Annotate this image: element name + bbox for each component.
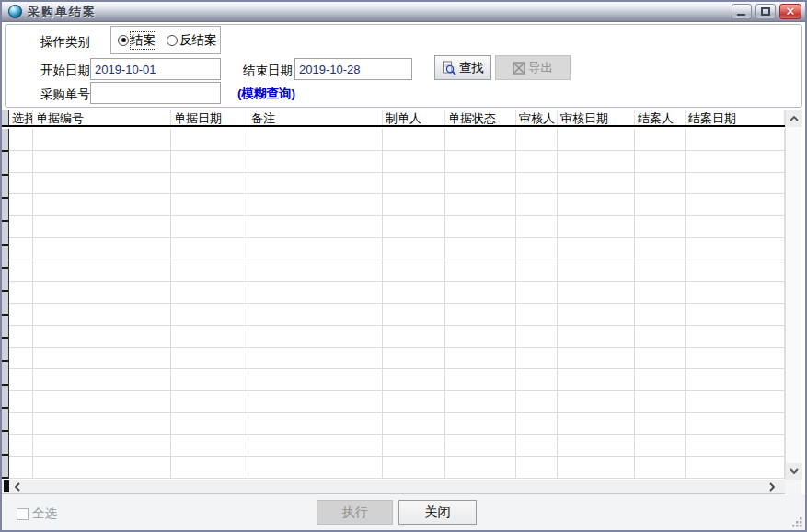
table-cell	[33, 391, 171, 413]
row-header[interactable]	[2, 362, 8, 385]
table-row[interactable]	[9, 282, 785, 304]
row-header[interactable]	[2, 386, 8, 409]
select-all-label: 全选	[32, 505, 57, 522]
table-cell	[383, 216, 445, 238]
table-cell	[686, 326, 785, 348]
table-cell	[445, 457, 516, 479]
row-header[interactable]	[2, 152, 8, 175]
table-row[interactable]	[9, 194, 785, 216]
table-cell	[9, 348, 33, 370]
table-cell	[558, 457, 635, 479]
table-cell	[445, 260, 516, 283]
column-header-9[interactable]: 结案日期	[686, 110, 785, 125]
close-button[interactable]: 关闭	[398, 500, 477, 525]
table-row[interactable]	[9, 173, 785, 195]
table-row[interactable]	[9, 457, 785, 479]
table-row[interactable]	[9, 129, 785, 151]
row-header[interactable]	[2, 269, 8, 292]
end-date-input[interactable]	[294, 58, 412, 80]
table-cell	[248, 435, 383, 457]
table-row[interactable]	[9, 391, 785, 413]
start-date-input[interactable]	[90, 58, 221, 80]
search-button-label: 查找	[459, 60, 484, 76]
row-header[interactable]	[2, 199, 8, 222]
table-cell	[9, 216, 33, 238]
row-header[interactable]	[2, 129, 8, 152]
column-header-6[interactable]: 审核人	[516, 110, 558, 125]
table-cell	[686, 457, 785, 479]
row-header[interactable]	[2, 432, 8, 455]
column-header-3[interactable]: 备注	[248, 110, 383, 125]
table-cell	[445, 173, 516, 195]
column-header-5[interactable]: 单据状态	[445, 110, 516, 125]
scroll-down-button[interactable]	[786, 463, 802, 480]
start-date-label: 开始日期	[33, 63, 90, 79]
column-header-0[interactable]: 选择	[9, 110, 33, 125]
table-cell	[383, 194, 445, 216]
row-header[interactable]	[2, 222, 8, 245]
row-header[interactable]	[2, 409, 8, 432]
column-header-7[interactable]: 审核日期	[558, 110, 635, 125]
radio-close-case[interactable]: 结案	[118, 32, 156, 49]
table-cell	[9, 435, 33, 457]
search-button[interactable]: 查找	[434, 55, 491, 80]
client-area: 操作类别 结案 反结案 开始日期 结束日期 采购单号 (模糊查询)	[2, 22, 805, 530]
vertical-scrollbar[interactable]	[785, 110, 801, 480]
table-cell	[635, 435, 686, 457]
table-row[interactable]	[9, 369, 785, 391]
row-header[interactable]	[2, 176, 8, 199]
column-header-2[interactable]: 单据日期	[171, 110, 248, 125]
table-cell	[635, 413, 686, 435]
table-row[interactable]	[9, 348, 785, 370]
table-cell	[516, 413, 558, 435]
table-cell	[33, 194, 171, 216]
table-cell	[635, 173, 686, 195]
column-header-4[interactable]: 制单人	[383, 110, 445, 125]
row-header[interactable]	[2, 339, 8, 362]
fuzzy-query-link[interactable]: (模糊查询)	[237, 86, 295, 102]
po-number-input[interactable]	[90, 82, 221, 104]
table-cell	[558, 260, 635, 283]
table-row[interactable]	[9, 435, 785, 457]
grid-gutter	[2, 129, 9, 479]
horizontal-scrollbar[interactable]	[2, 480, 785, 494]
table-row[interactable]	[9, 326, 785, 348]
radio-reverse-close-case[interactable]: 反结案	[167, 32, 217, 49]
table-cell	[171, 391, 248, 413]
export-button-label: 导出	[528, 60, 553, 76]
table-row[interactable]	[9, 216, 785, 238]
table-cell	[171, 129, 248, 151]
table-cell	[635, 282, 686, 304]
table-cell	[635, 304, 686, 326]
table-cell	[558, 194, 635, 216]
table-cell	[635, 238, 686, 260]
table-cell	[686, 282, 785, 304]
column-header-8[interactable]: 结案人	[635, 110, 686, 125]
table-cell	[686, 304, 785, 326]
row-header[interactable]	[2, 246, 8, 269]
table-cell	[248, 304, 383, 326]
table-row[interactable]	[9, 238, 785, 260]
table-row[interactable]	[9, 413, 785, 435]
resize-grip-icon[interactable]	[789, 514, 803, 528]
row-header[interactable]	[2, 316, 8, 339]
table-cell	[9, 304, 33, 326]
close-window-button[interactable]: ✕	[779, 4, 801, 19]
row-header[interactable]	[2, 292, 8, 315]
table-row[interactable]	[9, 304, 785, 326]
table-row[interactable]	[9, 151, 785, 173]
select-all-checkbox[interactable]	[17, 508, 29, 520]
table-row[interactable]	[9, 260, 785, 283]
table-cell	[558, 391, 635, 413]
scroll-left-button[interactable]	[9, 480, 26, 493]
minimize-button[interactable]	[732, 4, 752, 19]
scroll-right-button[interactable]	[764, 480, 780, 493]
chevron-left-icon	[15, 482, 20, 492]
row-header[interactable]	[2, 456, 8, 479]
radio-reverse-close-case-label: 反结案	[179, 32, 217, 49]
table-cell	[635, 216, 686, 238]
maximize-button[interactable]	[755, 4, 776, 19]
table-cell	[248, 194, 383, 216]
scroll-up-button[interactable]	[786, 110, 802, 127]
column-header-1[interactable]: 单据编号	[33, 110, 171, 125]
